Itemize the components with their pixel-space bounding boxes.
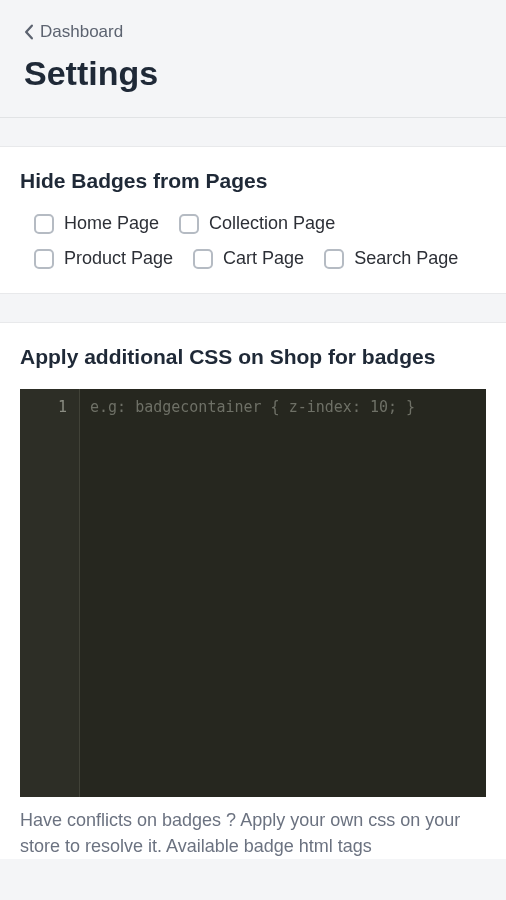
code-placeholder: e.g: badgecontainer { z-index: 10; } bbox=[90, 398, 415, 416]
checkbox-label: Collection Page bbox=[209, 213, 335, 234]
checkbox-box bbox=[34, 214, 54, 234]
checkbox-search-page[interactable]: Search Page bbox=[324, 248, 458, 269]
hide-badges-checkbox-group: Home Page Collection Page Product Page C… bbox=[20, 213, 486, 269]
checkbox-box bbox=[324, 249, 344, 269]
checkbox-label: Product Page bbox=[64, 248, 173, 269]
code-textarea[interactable]: e.g: badgecontainer { z-index: 10; } bbox=[80, 389, 486, 797]
breadcrumb-label: Dashboard bbox=[40, 22, 123, 42]
css-section: Apply additional CSS on Shop for badges … bbox=[0, 322, 506, 859]
breadcrumb-dashboard[interactable]: Dashboard bbox=[24, 22, 482, 42]
css-help-text: Have conflicts on badges ? Apply your ow… bbox=[20, 797, 486, 859]
css-section-title: Apply additional CSS on Shop for badges bbox=[20, 345, 486, 369]
code-gutter: 1 bbox=[20, 389, 80, 797]
checkbox-home-page[interactable]: Home Page bbox=[34, 213, 159, 234]
checkbox-collection-page[interactable]: Collection Page bbox=[179, 213, 335, 234]
checkbox-cart-page[interactable]: Cart Page bbox=[193, 248, 304, 269]
css-code-editor[interactable]: 1 e.g: badgecontainer { z-index: 10; } bbox=[20, 389, 486, 797]
checkbox-label: Home Page bbox=[64, 213, 159, 234]
checkbox-box bbox=[193, 249, 213, 269]
line-number: 1 bbox=[20, 393, 67, 421]
checkbox-label: Cart Page bbox=[223, 248, 304, 269]
page-title: Settings bbox=[24, 54, 482, 93]
page-header: Dashboard Settings bbox=[0, 0, 506, 118]
hide-badges-title: Hide Badges from Pages bbox=[20, 169, 486, 193]
checkbox-box bbox=[179, 214, 199, 234]
checkbox-label: Search Page bbox=[354, 248, 458, 269]
checkbox-product-page[interactable]: Product Page bbox=[34, 248, 173, 269]
chevron-left-icon bbox=[24, 24, 34, 40]
hide-badges-section: Hide Badges from Pages Home Page Collect… bbox=[0, 146, 506, 294]
checkbox-box bbox=[34, 249, 54, 269]
